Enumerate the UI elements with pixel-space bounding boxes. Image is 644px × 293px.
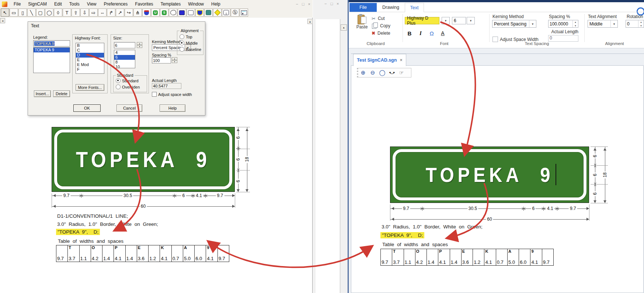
spacing-percent-spinner[interactable]: 100.0000 ▴ ▾ [548,20,578,28]
scrollbar-up-button[interactable]: ▴ [341,24,347,31]
spin-up-icon[interactable]: ▴ [137,42,142,45]
kerning-method-select[interactable]: Percent Spacing ▾ [492,20,536,28]
restore-button[interactable]: □ [330,2,333,6]
spinner-arrows[interactable]: ▴ ▾ [572,20,578,27]
paste-button[interactable]: Paste [353,14,371,41]
minimize-button[interactable]: − [296,2,298,6]
adjust-space-width-checkbox[interactable]: Adjust space width [152,92,192,97]
font-size-select[interactable]: 6 [452,17,466,24]
radio-middle[interactable]: Middle [180,41,203,45]
ramp-arrow-tool-button[interactable]: ↪ [125,8,133,17]
spin-down-icon[interactable]: ▾ [638,24,644,28]
ok-button[interactable]: OK [73,104,101,112]
teal-panel-button[interactable] [204,8,213,17]
horizontal-bar-tool-button[interactable]: ▭ [10,8,18,17]
white-panel-button[interactable] [187,8,195,17]
radio-overriden[interactable]: Overriden [116,85,147,89]
curve-arrow-tool-button[interactable]: ↗ [116,8,124,17]
copy-button[interactable]: Copy [372,22,403,30]
tab-file[interactable]: File [349,3,377,12]
font-family-dropdown-icon[interactable]: ▾ [442,17,450,24]
spinner-arrows[interactable]: ▴ ▾ [638,20,644,27]
minimize-button[interactable]: − [324,2,327,6]
spin-up-icon[interactable]: ▴ [573,20,578,24]
diamond-tool-button[interactable]: ◊ [54,8,62,17]
radio-top[interactable]: Top [180,34,203,39]
radio-standard[interactable]: Standard [116,78,147,83]
font-size-dropdown-icon[interactable]: ▾ [467,17,475,24]
menu-help[interactable]: Help [208,1,224,7]
document-tab[interactable]: Test SignCAD.sgn × [353,54,406,66]
window-panel-button[interactable] [240,8,248,17]
size-item[interactable]: 10 [114,65,135,68]
zoom-window-button[interactable]: ◯ [377,69,387,77]
spin-up-icon[interactable]: ▴ [172,57,177,60]
spin-down-icon[interactable]: ▾ [137,45,142,48]
menu-edit[interactable]: Edit [51,1,66,7]
menu-view[interactable]: View [83,1,100,7]
menu-preferences[interactable]: Preferences [100,1,132,7]
zoom-in-button[interactable]: ⊕ [358,69,368,77]
tab-close-icon[interactable]: × [400,58,402,63]
cancel-button[interactable]: Cancel [116,104,142,112]
spacing-input[interactable]: 100 [152,57,171,63]
spin-up-icon[interactable]: ▴ [638,20,644,24]
menu-templates[interactable]: Templates [157,1,185,7]
ellipse-tool-button[interactable]: ◯ [45,8,53,17]
menu-file[interactable]: File [10,1,24,7]
close-button[interactable]: × [308,2,310,6]
scroll-up-button[interactable]: ▴ [307,19,313,24]
more-fonts-button[interactable]: More Fonts... [76,84,104,91]
arrow-down-tool-button[interactable]: ⇩ [80,8,89,17]
cut-button[interactable]: ✂Cut [372,15,403,22]
s-circle-button[interactable]: Ⓢ [231,8,239,17]
highway-font-list[interactable]: BCDEE ModF [76,43,104,74]
spin-down-icon[interactable]: ▾ [573,24,578,28]
pan-button[interactable]: ☞ [397,69,406,77]
yellow-diamond-button[interactable] [213,8,222,17]
italic-button[interactable]: I [416,29,425,38]
font-item[interactable]: E Mod [76,62,104,67]
close-button[interactable]: × [337,2,339,6]
insert-button[interactable]: Insert... [34,90,51,97]
text-tool-button[interactable]: T [63,8,71,17]
size-spinner[interactable]: ▴ ▾ [137,42,142,48]
zoom-out-button[interactable]: ⊖ [368,69,377,77]
tab-text[interactable]: Text [405,3,424,12]
notched-panel-button[interactable] [222,8,230,17]
arrow-right-tool-button[interactable]: ⇨ [89,8,98,17]
delete-button[interactable]: ✖Delete [372,30,403,37]
scroll-left-button[interactable]: ◂ [0,18,5,23]
size-item[interactable]: 8 [114,60,135,65]
arrow-up-tool-button[interactable]: ⇧ [72,8,80,17]
us-route-shield-button[interactable]: U [151,8,160,17]
size-input[interactable]: 6 [114,42,135,48]
state-route-shield-button[interactable]: S [160,8,168,17]
line-tool-button[interactable]: ╲ [27,8,36,17]
dropdown-arrow-icon[interactable]: ▾ [529,20,536,27]
text-alignment-select[interactable]: Middle ▾ [588,20,618,28]
font-item[interactable]: E [76,58,104,62]
size-list[interactable]: 46810 [114,50,135,68]
interstate-shield-button[interactable] [142,8,151,17]
menu-tools[interactable]: Tools [66,1,83,7]
tab-drawing[interactable]: Drawing [377,3,404,12]
vertical-bar-tool-button[interactable]: ▯ [18,8,27,17]
legend-list[interactable]: TOPEKA 9 [33,47,70,73]
size-item[interactable]: 6 [114,55,135,60]
pointer-tool-button[interactable]: ↖ [1,8,9,17]
menu-signcam[interactable]: SignCAM [24,1,51,7]
restore-button[interactable]: □ [302,2,304,6]
rectangle-tool-button[interactable]: ▢ [36,8,45,17]
rotation-spinner[interactable]: 0 ▴ ▾ [626,20,644,28]
spin-down-icon[interactable]: ▾ [172,60,177,63]
delete-button[interactable]: Delete [53,90,70,97]
font-item[interactable]: B [76,43,104,48]
pennant-button[interactable] [195,8,204,17]
font-item[interactable]: D [76,53,104,58]
font-family-select[interactable]: Highway D Plus [405,17,439,24]
split-arrow-tool-button[interactable]: ⋔ [133,8,142,17]
spacing-spinner[interactable]: ▴ ▾ [172,57,177,63]
menu-favorites[interactable]: Favorites [131,1,157,7]
legend-item[interactable]: TOPEKA 9 [34,48,70,52]
